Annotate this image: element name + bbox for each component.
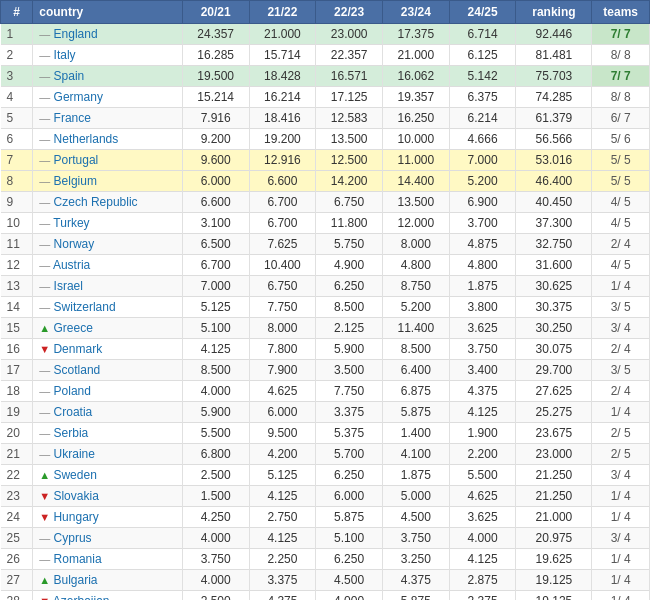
- y2021-cell: 5.100: [182, 318, 249, 339]
- country-name: Slovakia: [53, 489, 98, 503]
- trend-icon: —: [39, 448, 50, 460]
- country-cell: ▼ Hungary: [33, 507, 183, 528]
- y2324-cell: 13.500: [383, 192, 450, 213]
- y2324-cell: 14.400: [383, 171, 450, 192]
- country-cell: — Switzerland: [33, 297, 183, 318]
- ranking-cell: 81.481: [516, 45, 592, 66]
- country-cell: — Belgium: [33, 171, 183, 192]
- ranking-cell: 46.400: [516, 171, 592, 192]
- y2021-cell: 6.800: [182, 444, 249, 465]
- y2122-cell: 6.700: [249, 192, 316, 213]
- y2021-cell: 4.125: [182, 339, 249, 360]
- ranking-cell: 20.975: [516, 528, 592, 549]
- y2324-cell: 16.250: [383, 108, 450, 129]
- trend-icon: —: [39, 238, 50, 250]
- ranking-cell: 30.625: [516, 276, 592, 297]
- ranking-cell: 30.075: [516, 339, 592, 360]
- country-name: Sweden: [53, 468, 96, 482]
- y2425-cell: 2.875: [449, 570, 516, 591]
- y2223-cell: 2.125: [316, 318, 383, 339]
- y2122-cell: 18.416: [249, 108, 316, 129]
- y2223-cell: 4.000: [316, 591, 383, 601]
- teams-cell: 5/ 5: [592, 171, 650, 192]
- y2122-cell: 16.214: [249, 87, 316, 108]
- ranking-cell: 21.000: [516, 507, 592, 528]
- rank-cell: 8: [1, 171, 33, 192]
- rank-cell: 26: [1, 549, 33, 570]
- y2324-cell: 8.500: [383, 339, 450, 360]
- country-name: Germany: [54, 90, 103, 104]
- country-cell: — Spain: [33, 66, 183, 87]
- trend-icon: —: [39, 280, 50, 292]
- trend-icon: ▲: [39, 469, 50, 481]
- y2425-cell: 5.200: [449, 171, 516, 192]
- country-name: Portugal: [54, 153, 99, 167]
- y2324-cell: 11.000: [383, 150, 450, 171]
- y2021-cell: 5.500: [182, 423, 249, 444]
- rank-cell: 1: [1, 24, 33, 45]
- y2425-cell: 3.800: [449, 297, 516, 318]
- trend-icon: —: [39, 553, 50, 565]
- teams-cell: 3/ 5: [592, 297, 650, 318]
- y2324-cell: 5.200: [383, 297, 450, 318]
- y2021-cell: 8.500: [182, 360, 249, 381]
- teams-cell: 3/ 4: [592, 318, 650, 339]
- y2223-cell: 11.800: [316, 213, 383, 234]
- country-cell: ▼ Azerbaijan: [33, 591, 183, 601]
- y2425-cell: 2.375: [449, 591, 516, 601]
- y2021-cell: 4.000: [182, 570, 249, 591]
- header-rank: #: [1, 1, 33, 24]
- trend-icon: —: [39, 91, 50, 103]
- teams-cell: 5/ 6: [592, 129, 650, 150]
- teams-cell: 6/ 7: [592, 108, 650, 129]
- y2021-cell: 4.250: [182, 507, 249, 528]
- country-name: Cyprus: [54, 531, 92, 545]
- y2425-cell: 3.750: [449, 339, 516, 360]
- country-name: Norway: [54, 237, 95, 251]
- teams-cell: 4/ 5: [592, 255, 650, 276]
- teams-cell: 1/ 4: [592, 486, 650, 507]
- country-cell: — Italy: [33, 45, 183, 66]
- trend-icon: ▲: [39, 574, 50, 586]
- y2425-cell: 5.142: [449, 66, 516, 87]
- rank-cell: 23: [1, 486, 33, 507]
- y2122-cell: 4.125: [249, 486, 316, 507]
- trend-icon: —: [39, 49, 50, 61]
- country-cell: — Ukraine: [33, 444, 183, 465]
- country-cell: — Cyprus: [33, 528, 183, 549]
- country-name: Belgium: [54, 174, 97, 188]
- y2122-cell: 8.000: [249, 318, 316, 339]
- teams-cell: 2/ 4: [592, 381, 650, 402]
- trend-icon: —: [39, 154, 50, 166]
- header-ranking: ranking: [516, 1, 592, 24]
- ranking-cell: 29.700: [516, 360, 592, 381]
- country-cell: — Portugal: [33, 150, 183, 171]
- country-name: Croatia: [54, 405, 93, 419]
- y2324-cell: 11.400: [383, 318, 450, 339]
- trend-icon: —: [39, 259, 50, 271]
- trend-icon: —: [39, 406, 50, 418]
- country-name: England: [54, 27, 98, 41]
- y2425-cell: 1.875: [449, 276, 516, 297]
- rank-cell: 18: [1, 381, 33, 402]
- rank-cell: 27: [1, 570, 33, 591]
- trend-icon: ▼: [39, 595, 50, 600]
- trend-icon: —: [39, 217, 50, 229]
- country-name: Switzerland: [54, 300, 116, 314]
- rank-cell: 28: [1, 591, 33, 601]
- rank-cell: 14: [1, 297, 33, 318]
- ranking-cell: 27.625: [516, 381, 592, 402]
- ranking-cell: 30.375: [516, 297, 592, 318]
- y2021-cell: 3.750: [182, 549, 249, 570]
- country-name: Hungary: [53, 510, 98, 524]
- y2425-cell: 4.000: [449, 528, 516, 549]
- y2223-cell: 6.000: [316, 486, 383, 507]
- header-teams: teams: [592, 1, 650, 24]
- trend-icon: —: [39, 175, 50, 187]
- rank-cell: 6: [1, 129, 33, 150]
- teams-cell: 7/ 7: [592, 24, 650, 45]
- y2324-cell: 4.375: [383, 570, 450, 591]
- ranking-cell: 21.250: [516, 486, 592, 507]
- teams-cell: 8/ 8: [592, 45, 650, 66]
- country-name: Czech Republic: [54, 195, 138, 209]
